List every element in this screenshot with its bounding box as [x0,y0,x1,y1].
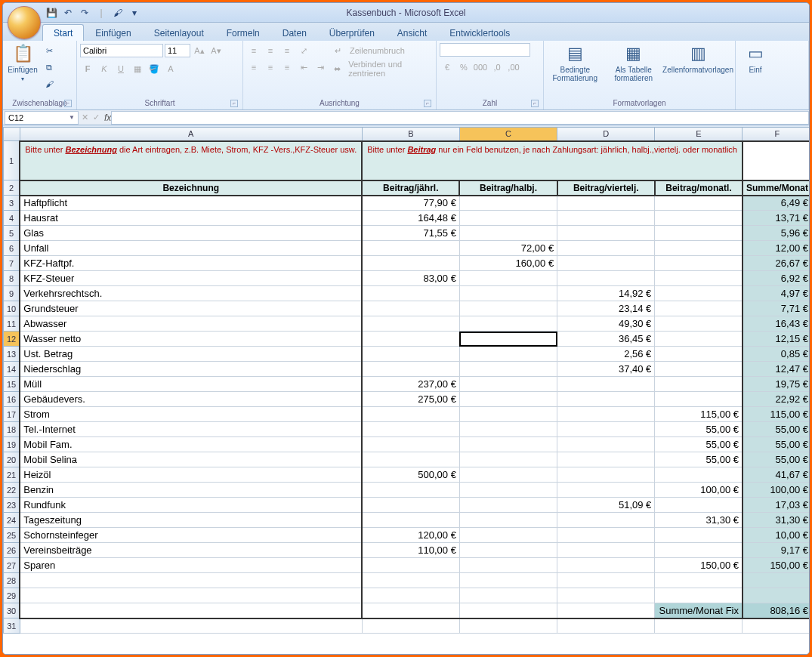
cell-viertelj[interactable] [557,543,655,558]
row-header-24[interactable]: 24 [4,513,20,528]
font-name-input[interactable] [80,44,163,57]
align-middle-icon[interactable]: ≡ [263,43,278,58]
cell-viertelj[interactable] [557,558,655,573]
cell-viertelj[interactable]: 37,40 € [557,362,655,377]
cell-summe[interactable]: 115,00 € [743,407,809,422]
cell-summe[interactable]: 6,49 € [743,196,809,211]
cell-summe[interactable]: 55,00 € [743,437,809,452]
cell-summe[interactable]: 0,85 € [743,347,809,362]
cell-summe[interactable]: 13,71 € [743,211,809,226]
save-icon[interactable]: 💾 [45,7,57,19]
cell-viertelj[interactable]: 51,09 € [557,498,655,513]
cell-viertelj[interactable] [557,513,655,528]
row-header-12[interactable]: 12 [4,332,20,347]
row-header-16[interactable]: 16 [4,392,20,407]
cell-jaehrl[interactable]: 77,90 € [362,196,459,211]
cell-monatl[interactable] [655,316,743,332]
cell-jaehrl[interactable] [362,332,459,347]
col-header-F[interactable]: F [743,128,809,141]
cell-monatl[interactable] [655,362,743,377]
cell-viertelj[interactable] [557,483,655,498]
cell-monatl[interactable] [655,498,743,513]
dialog-launcher-icon[interactable]: ⌐ [230,100,238,107]
dialog-launcher-icon[interactable]: ⌐ [64,100,72,107]
cell-summe[interactable]: 12,47 € [743,362,809,377]
cell-monatl[interactable] [655,196,743,211]
cell-jaehrl[interactable] [362,422,459,437]
cell-halbj[interactable] [459,301,557,316]
align-top-icon[interactable]: ≡ [246,43,261,58]
cell-bezeichnung[interactable]: Heizöl [20,467,362,483]
row-header-17[interactable]: 17 [4,407,20,422]
cell-summe[interactable]: 17,03 € [743,498,809,513]
cell-monatl[interactable]: 100,00 € [655,483,743,498]
cell-bezeichnung[interactable]: Wasser netto [20,332,362,347]
cell-summe[interactable]: 6,92 € [743,271,809,286]
cell-bezeichnung[interactable]: Tel.-Internet [20,422,362,437]
cell-halbj[interactable] [459,558,557,573]
cell-monatl[interactable] [655,392,743,407]
table-header[interactable]: Summe/Monat [743,180,809,196]
cell-jaehrl[interactable] [362,256,459,271]
cell-halbj[interactable] [459,513,557,528]
row-header-31[interactable]: 31 [4,618,20,634]
select-all-corner[interactable] [4,128,20,141]
cell-jaehrl[interactable] [362,483,459,498]
cell-jaehrl[interactable] [362,498,459,513]
cell-jaehrl[interactable] [362,452,459,467]
cell-bezeichnung[interactable]: Sparen [20,558,362,573]
cell-bezeichnung[interactable]: Ust. Betrag [20,347,362,362]
row-header-27[interactable]: 27 [4,558,20,573]
cell-bezeichnung[interactable]: Haftpflicht [20,196,362,211]
cell-viertelj[interactable] [557,392,655,407]
cell-jaehrl[interactable]: 275,00 € [362,392,459,407]
table-header[interactable]: Beitrag/halbj. [459,180,557,196]
cell-jaehrl[interactable]: 120,00 € [362,528,459,543]
cell-halbj[interactable] [459,528,557,543]
cell-bezeichnung[interactable]: Müll [20,377,362,392]
cell-viertelj[interactable]: 2,56 € [557,347,655,362]
cell-jaehrl[interactable] [362,558,459,573]
cell-summe[interactable]: 22,92 € [743,392,809,407]
cell-halbj[interactable] [459,437,557,452]
table-header[interactable]: Beitrag/monatl. [655,180,743,196]
font-color-icon[interactable]: A [163,61,178,76]
cell-monatl[interactable] [655,377,743,392]
row-header-26[interactable]: 26 [4,543,20,558]
row-header-30[interactable]: 30 [4,603,20,618]
cell-halbj[interactable] [459,211,557,226]
cell-bezeichnung[interactable]: KFZ-Steuer [20,271,362,286]
cell-halbj[interactable] [459,316,557,332]
paste-button[interactable]: 📋 Einfügen ▾ [6,43,39,82]
row-header-22[interactable]: 22 [4,483,20,498]
cell-halbj[interactable] [459,271,557,286]
cell-viertelj[interactable]: 23,14 € [557,301,655,316]
cell-bezeichnung[interactable]: Mobil Fam. [20,437,362,452]
number-format-select[interactable] [440,43,530,57]
cell-jaehrl[interactable] [362,316,459,332]
cell-halbj[interactable] [459,543,557,558]
cell-monatl[interactable]: 55,00 € [655,422,743,437]
cell-halbj[interactable] [459,196,557,211]
grow-font-icon[interactable]: A▴ [192,43,207,58]
cell-summe[interactable]: 26,67 € [743,256,809,271]
tab-entwicklertools[interactable]: Entwicklertools [438,24,521,41]
cell-summe[interactable]: 31,30 € [743,513,809,528]
cell-viertelj[interactable] [557,528,655,543]
cell-viertelj[interactable] [557,271,655,286]
align-right-icon[interactable]: ≡ [279,60,295,75]
col-header-E[interactable]: E [655,128,743,141]
row-header-14[interactable]: 14 [4,362,20,377]
tab-einfuegen[interactable]: Einfügen [84,24,142,41]
cell-viertelj[interactable] [557,437,655,452]
fill-color-icon[interactable]: 🪣 [147,61,162,76]
format-as-table-button[interactable]: ▦Als Tabelle formatieren [606,43,662,82]
cell-jaehrl[interactable]: 164,48 € [362,211,459,226]
cell-bezeichnung[interactable]: Benzin [20,483,362,498]
row-header-25[interactable]: 25 [4,528,20,543]
formula-input[interactable] [111,111,809,125]
thousand-icon[interactable]: 000 [473,60,488,75]
row-header-20[interactable]: 20 [4,452,20,467]
cell-bezeichnung[interactable]: Strom [20,407,362,422]
cell-viertelj[interactable] [557,241,655,256]
